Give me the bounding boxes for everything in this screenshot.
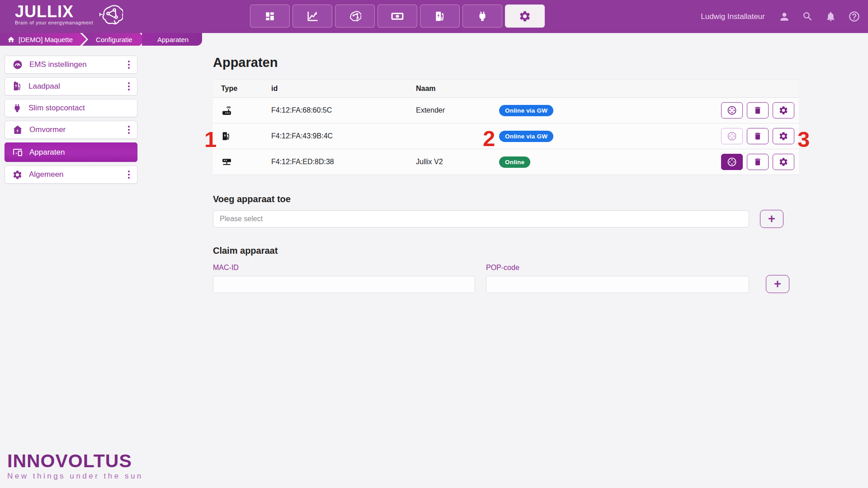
- claim-device-title: Claim apparaat: [213, 246, 799, 256]
- delete-device-button[interactable]: [747, 102, 769, 118]
- table-row: F4:12:FA:43:9B:4C Online via GW: [213, 123, 799, 149]
- delete-device-button[interactable]: [747, 128, 769, 144]
- sidebar-item-omvormer[interactable]: Omvormer: [5, 121, 137, 139]
- nav-ems-button[interactable]: [335, 5, 375, 28]
- nav-chart-button[interactable]: [292, 5, 332, 28]
- plug-icon: [12, 103, 22, 113]
- claim-device-button[interactable]: +: [766, 275, 789, 293]
- money-icon: [391, 9, 404, 23]
- devices-table: Type id Naam F4:12:FA:68:60:5C Extender …: [213, 80, 799, 175]
- top-header: JULLIX Brain of your energymanagment: [0, 0, 868, 33]
- gear-icon: [12, 170, 23, 180]
- mac-id-input[interactable]: [213, 276, 475, 293]
- bell-icon[interactable]: [825, 11, 836, 22]
- nav-costs-button[interactable]: [377, 5, 417, 28]
- plug-icon: [476, 10, 488, 22]
- kebab-menu-icon[interactable]: [126, 81, 132, 92]
- kebab-menu-icon[interactable]: [126, 59, 132, 71]
- annotation-2: 2: [483, 128, 495, 150]
- annotation-1: 1: [204, 128, 217, 151]
- dashboard-icon: [264, 10, 276, 22]
- table-header-row: Type id Naam: [213, 80, 799, 98]
- devices-icon: [12, 147, 23, 158]
- sidebar-item-label: Slim stopcontact: [28, 104, 132, 113]
- breadcrumb-home[interactable]: [DEMO] Maquette: [0, 33, 86, 46]
- sidebar-item-algemeen[interactable]: Algemeen: [5, 166, 137, 184]
- app-page: JULLIX Brain of your energymanagment: [0, 0, 868, 488]
- annotation-3: 3: [797, 128, 810, 151]
- kebab-menu-icon[interactable]: [126, 124, 132, 136]
- delete-device-button[interactable]: [747, 154, 769, 170]
- device-id: F4:12:FA:ED:8D:38: [271, 158, 416, 166]
- locate-device-button[interactable]: [721, 154, 743, 170]
- innovoltus-logo: INNOVOLTUS New things under the sun: [7, 451, 143, 481]
- charger-icon: [434, 10, 446, 22]
- device-id: F4:12:FA:43:9B:4C: [271, 132, 416, 140]
- breadcrumb: [DEMO] Maquette Configuratie Apparaten: [0, 33, 202, 46]
- device-name: Extender: [416, 106, 499, 114]
- house-bolt-icon: [12, 124, 23, 135]
- brand-tagline: Brain of your energymanagment: [15, 20, 93, 25]
- device-settings-button[interactable]: [773, 102, 794, 118]
- jullix-logo[interactable]: JULLIX Brain of your energymanagment: [15, 3, 123, 27]
- nav-settings-button[interactable]: [505, 5, 545, 28]
- nav-dashboard-button[interactable]: [250, 5, 290, 28]
- status-badge: Online via GW: [499, 105, 553, 116]
- brain-icon: [349, 10, 361, 23]
- sidebar-item-apparaten[interactable]: Apparaten: [5, 142, 137, 162]
- sidebar-item-label: Algemeen: [29, 170, 126, 179]
- breadcrumb-label: Apparaten: [157, 36, 189, 43]
- pop-code-input[interactable]: [486, 276, 749, 293]
- innovoltus-tagline: New things under the sun: [7, 472, 143, 481]
- sidebar-item-ems-instellingen[interactable]: EMS instellingen: [5, 56, 137, 74]
- table-row: F4:12:FA:68:60:5C Extender Online via GW: [213, 98, 799, 123]
- sidebar-item-laadpaal[interactable]: Laadpaal: [5, 77, 137, 95]
- sidebar-item-label: EMS instellingen: [29, 60, 126, 69]
- breadcrumb-configuratie[interactable]: Configuratie: [82, 33, 146, 46]
- table-row: F4:12:FA:ED:8D:38 Jullix V2 Online: [213, 149, 799, 175]
- breadcrumb-label: [DEMO] Maquette: [19, 36, 73, 43]
- locate-device-button[interactable]: [721, 128, 743, 144]
- sidebar-item-label: Omvormer: [29, 125, 126, 134]
- add-device-title: Voeg apparaat toe: [213, 194, 799, 204]
- jullix-device-icon: [213, 156, 271, 168]
- pop-code-label: POP-code: [486, 264, 749, 272]
- add-device-section: Voeg apparaat toe +: [213, 194, 799, 228]
- main-nav: [250, 5, 545, 28]
- column-header-type: Type: [213, 85, 271, 93]
- breadcrumb-apparaten[interactable]: Apparaten: [142, 33, 202, 46]
- user-name: Ludwig Installateur: [701, 12, 765, 21]
- charger-icon: [12, 81, 22, 92]
- locate-device-button[interactable]: [721, 102, 743, 118]
- status-badge: Online: [499, 156, 530, 168]
- mac-id-label: MAC-ID: [213, 264, 475, 272]
- device-name: Jullix V2: [416, 158, 499, 166]
- gauge-icon: [12, 59, 23, 70]
- column-header-naam: Naam: [416, 85, 499, 93]
- nav-charger-button[interactable]: [420, 5, 460, 28]
- status-badge: Online via GW: [499, 131, 553, 142]
- sidebar-item-label: Laadpaal: [28, 82, 126, 91]
- home-icon: [7, 36, 15, 43]
- settings-icon: [519, 10, 531, 23]
- page-title: Apparaten: [213, 55, 799, 70]
- user-area: Ludwig Installateur: [701, 0, 860, 33]
- sidebar-item-label: Apparaten: [29, 148, 132, 157]
- device-settings-button[interactable]: [773, 128, 794, 144]
- person-icon[interactable]: [778, 11, 790, 23]
- device-type-select[interactable]: [213, 210, 749, 227]
- add-device-button[interactable]: +: [760, 210, 783, 228]
- extender-icon: [213, 105, 271, 116]
- device-settings-button[interactable]: [773, 154, 794, 170]
- config-sidebar: EMS instellingen Laadpaal Slim stopconta…: [5, 56, 137, 184]
- nav-plug-button[interactable]: [462, 5, 502, 28]
- sidebar-item-slim-stopcontact[interactable]: Slim stopcontact: [5, 99, 137, 117]
- device-id: F4:12:FA:68:60:5C: [271, 106, 416, 114]
- brand-name: JULLIX: [15, 3, 93, 21]
- brain-logo-icon: [96, 4, 123, 27]
- main-content: Apparaten Type id Naam F4:12:FA:68:60:5C…: [213, 55, 799, 293]
- kebab-menu-icon[interactable]: [126, 169, 132, 180]
- charger-icon: [213, 131, 271, 142]
- search-icon[interactable]: [802, 11, 813, 22]
- help-icon[interactable]: [848, 10, 860, 23]
